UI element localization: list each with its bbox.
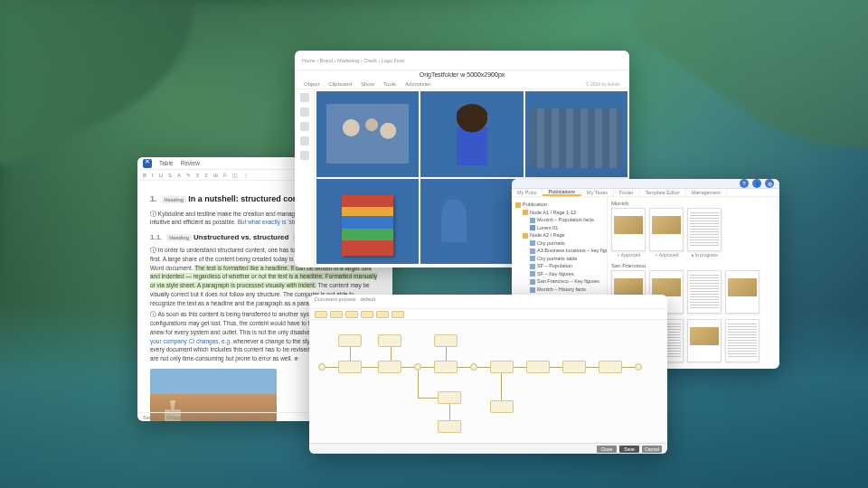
status-approved: ✓ Approved — [649, 252, 684, 258]
flow-end[interactable] — [635, 363, 642, 371]
crumb-chapter2[interactable]: Chapter — [192, 415, 210, 420]
tab-finder[interactable]: Finder — [614, 189, 640, 196]
tab-show[interactable]: Show — [361, 81, 374, 87]
tool-edit[interactable]: ✎ — [186, 172, 191, 178]
tool-underline[interactable]: U — [159, 173, 163, 178]
flow-node[interactable] — [378, 361, 401, 373]
tab-mytasks[interactable]: My Tasks — [581, 189, 614, 196]
asset-thumb-containers[interactable] — [525, 91, 627, 177]
save-button[interactable]: Save — [619, 446, 639, 453]
tree-item[interactable]: SF – Key figures — [515, 270, 603, 278]
help-icon[interactable]: ? — [740, 179, 749, 188]
flow-tool[interactable] — [345, 311, 358, 318]
assets-header: Home › Brand › Marketing › Credit › Logo… — [295, 51, 629, 70]
flow-tool[interactable] — [376, 311, 389, 318]
flow-gateway[interactable] — [470, 363, 477, 371]
side-tool-3[interactable] — [300, 122, 309, 131]
flow-node[interactable] — [338, 361, 362, 373]
flow-tool[interactable] — [315, 311, 327, 318]
tool-align-center[interactable]: ≡ — [205, 173, 209, 178]
flow-start[interactable] — [318, 363, 326, 371]
flow-node[interactable] — [434, 334, 458, 347]
tree-item[interactable]: Node A1 / Page 1-12 — [515, 209, 603, 217]
tab-clipboard[interactable]: Clipboard — [328, 81, 352, 87]
workflow-window: Document process · default — [309, 295, 667, 454]
page-thumb[interactable] — [687, 319, 722, 362]
tab-admin[interactable]: Administer — [405, 81, 430, 87]
crumb-chapter3[interactable]: Chapter — [217, 415, 235, 420]
flow-node[interactable] — [434, 361, 458, 373]
flow-tool[interactable] — [330, 311, 343, 318]
page-thumb[interactable] — [649, 208, 684, 251]
tool-italic[interactable]: I — [152, 173, 154, 178]
side-tool-4[interactable] — [300, 136, 309, 145]
page-thumb[interactable] — [687, 270, 722, 314]
tree-item[interactable]: Publication — [515, 201, 603, 209]
side-tool-1[interactable] — [300, 93, 309, 102]
settings-icon[interactable]: ⚙ — [765, 179, 774, 188]
crumb-section[interactable]: Section — [143, 415, 159, 420]
tool-copy[interactable]: ⎘ — [223, 173, 227, 178]
app-logo-icon — [143, 159, 152, 168]
page-thumb[interactable] — [725, 319, 760, 362]
flow-gateway[interactable] — [414, 363, 421, 371]
tab-template[interactable]: Template Editor — [640, 189, 686, 196]
tool-strike[interactable]: S — [168, 173, 172, 178]
flow-canvas[interactable] — [309, 320, 667, 443]
flow-node[interactable] — [599, 361, 622, 373]
tool-font[interactable]: A — [177, 173, 181, 178]
menu-review[interactable]: Review — [181, 160, 200, 166]
breadcrumb[interactable]: Home › Brand › Marketing › Credit › Logo… — [302, 58, 404, 63]
tree-item[interactable]: City portraits table — [515, 255, 603, 263]
close-button[interactable]: Close — [597, 446, 617, 453]
tree-item[interactable]: San Francisco – Key figures — [515, 277, 603, 286]
flow-node[interactable] — [378, 334, 401, 347]
page-thumb[interactable] — [687, 208, 722, 251]
flow-node[interactable] — [438, 420, 461, 433]
page-thumb[interactable] — [611, 208, 646, 251]
flow-node[interactable] — [526, 361, 550, 373]
cancel-button[interactable]: Cancel — [642, 446, 662, 453]
tree-item[interactable]: Lorem 01 — [515, 224, 603, 232]
flow-node[interactable] — [562, 361, 586, 373]
status-approved: ✓ Approved — [611, 252, 646, 258]
tree-item[interactable]: Munich – Population facts — [515, 216, 603, 224]
tool-table[interactable]: ⊞ — [213, 172, 218, 178]
tree-item[interactable]: SF – Population — [515, 262, 603, 270]
menu-table[interactable]: Table — [159, 160, 174, 166]
flow-toolbar — [309, 309, 667, 320]
tree-item[interactable]: A3 Business locations – key figures — [515, 247, 603, 255]
user-icon[interactable]: 👤 — [752, 179, 761, 188]
flow-node[interactable] — [490, 361, 514, 373]
crumb-chapter1[interactable]: Chapter — [166, 415, 184, 420]
asset-thumb-portrait[interactable] — [420, 91, 523, 177]
tree-item[interactable]: City portraits — [515, 239, 603, 248]
tab-tools[interactable]: Tools — [383, 81, 396, 87]
asset-thumb-meeting[interactable] — [316, 91, 419, 177]
flow-node[interactable] — [338, 334, 362, 347]
tab-object[interactable]: Object — [304, 81, 319, 87]
tree-item[interactable]: Munich – History facts — [515, 286, 603, 294]
flow-tool[interactable] — [361, 311, 373, 318]
side-tool-5[interactable] — [300, 151, 309, 160]
side-tool-2[interactable] — [300, 108, 309, 117]
copyright: © 2024 by Admin — [586, 81, 620, 87]
crumb-paragraph[interactable]: Paragraph — [241, 415, 265, 420]
tab-mgmt[interactable]: Management — [686, 189, 727, 196]
tool-align-left[interactable]: ≡ — [196, 173, 200, 178]
asset-thumb-books[interactable] — [316, 179, 419, 265]
flow-footer: Close Save Cancel — [309, 443, 667, 454]
flow-title: Document process · default — [309, 295, 667, 309]
tool-bold[interactable]: B — [143, 173, 146, 178]
tab-publications[interactable]: Publications — [542, 189, 581, 196]
asset-thumb-lab[interactable] — [420, 179, 523, 265]
tree-item[interactable]: Node A2 / Page — [515, 231, 603, 239]
tab-mypubs[interactable]: My Pubs — [512, 189, 542, 196]
flow-node[interactable] — [438, 391, 461, 404]
page-thumb[interactable] — [725, 270, 760, 314]
flow-node[interactable] — [490, 400, 514, 413]
folder-title: OrigTestfolder w 5000x2900px — [295, 70, 629, 79]
tool-more[interactable]: ⋮ — [243, 172, 249, 178]
tool-layout[interactable]: ◫ — [232, 172, 238, 178]
flow-tool[interactable] — [392, 311, 404, 318]
